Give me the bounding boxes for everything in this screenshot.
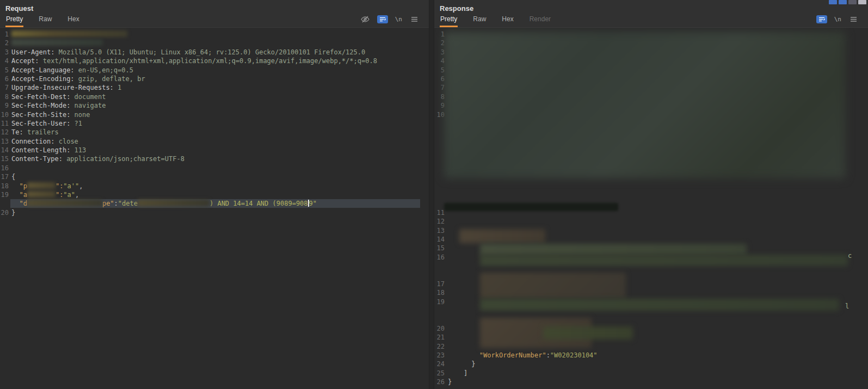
code-token: Sec-Fetch-User: <box>11 120 70 127</box>
window-button-3[interactable] <box>848 0 857 4</box>
tab-response-raw[interactable]: Raw <box>472 13 487 27</box>
tab-request-raw[interactable]: Raw <box>38 13 52 27</box>
request-toolbar: \n <box>360 15 419 23</box>
line-number: 1 <box>0 30 11 39</box>
code-line[interactable]: 8Sec-Fetch-Dest: document <box>0 92 429 101</box>
response-editor[interactable]: 1234567891011121314151617181920212223 "W… <box>434 28 868 389</box>
code-line[interactable]: 7Upgrade-Insecure-Requests: 1 <box>0 83 429 92</box>
tab-response-render: Render <box>529 13 551 27</box>
code-line[interactable]: 6Accept-Encoding: gzip, deflate, br <box>0 75 429 83</box>
code-token: ] <box>448 369 467 377</box>
code-line[interactable]: 17{ <box>0 172 429 181</box>
line-number: 6 <box>0 75 11 83</box>
code-token: : <box>546 351 550 359</box>
response-toolbar: \n <box>816 15 858 23</box>
code-token: "a'" <box>63 182 79 190</box>
code-line[interactable]: 15Content-Type: application/json;charset… <box>0 155 429 163</box>
code-line[interactable]: 9Sec-Fetch-Mode: navigate <box>0 101 429 110</box>
hide-matches-icon[interactable] <box>360 15 370 23</box>
line-number: 10 <box>0 110 11 119</box>
code-token: "WorkOrderNumber" <box>479 351 546 359</box>
editor-menu-icon[interactable] <box>848 15 858 23</box>
code-line[interactable]: 4Accept: text/html,application/xhtml+xml… <box>0 57 429 65</box>
tab-request-hex[interactable]: Hex <box>67 13 79 27</box>
window-button-1[interactable] <box>829 0 837 4</box>
window-button-2[interactable] <box>839 0 847 4</box>
redacted-text <box>27 200 102 206</box>
code-line <box>434 190 868 199</box>
code-token: ?1 <box>70 120 82 127</box>
line-number: 26 <box>434 378 448 386</box>
code-token: 9" <box>309 200 317 207</box>
line-number: 16 <box>0 164 11 172</box>
code-token: trailers <box>23 128 59 136</box>
code-line: 25 ] <box>434 369 868 378</box>
response-panel: Response Pretty Raw Hex Render \n <box>434 0 868 389</box>
code-line[interactable]: 13Connection: close <box>0 137 429 146</box>
code-line[interactable]: 16 <box>0 164 429 172</box>
code-line[interactable]: 3User-Agent: Mozilla/5.0 (X11; Ubuntu; L… <box>0 48 429 57</box>
code-token: pe" <box>102 200 114 207</box>
code-line[interactable]: 11Sec-Fetch-User: ?1 <box>0 119 429 128</box>
code-token: ": <box>56 191 63 199</box>
code-token: "p <box>19 182 27 190</box>
code-line[interactable]: "dpe":"dete) AND 14=14 AND (9089=9089" <box>0 199 429 208</box>
line-number: 19 <box>434 298 448 306</box>
window-button-4[interactable] <box>858 0 866 4</box>
code-token: text/html,application/xhtml+xml,applicat… <box>39 57 377 65</box>
tab-response-pretty[interactable]: Pretty <box>440 13 458 27</box>
line-number: 11 <box>0 119 11 128</box>
redacted-text <box>11 30 127 37</box>
code-token: } <box>448 360 476 368</box>
code-token <box>11 182 19 190</box>
code-line: 26} <box>434 378 868 386</box>
code-line[interactable]: 12Te: trailers <box>0 128 429 137</box>
code-token: 1 <box>114 84 121 91</box>
code-token: "d <box>19 200 27 207</box>
line-number: 2 <box>0 39 11 47</box>
line-number: 12 <box>434 217 448 226</box>
line-number: 17 <box>0 172 11 181</box>
tab-request-pretty[interactable]: Pretty <box>5 13 23 27</box>
redacted-region <box>480 299 839 311</box>
code-line[interactable]: 5Accept-Language: en-US,en;q=0.5 <box>0 66 429 75</box>
request-editor[interactable]: 123User-Agent: Mozilla/5.0 (X11; Ubuntu;… <box>0 28 429 389</box>
code-token: Upgrade-Insecure-Requests: <box>11 84 114 91</box>
code-token: "a" <box>63 191 75 199</box>
line-number: 21 <box>434 333 448 342</box>
line-number: 18 <box>434 288 448 297</box>
code-token: Sec-Fetch-Dest: <box>11 93 70 101</box>
code-line[interactable]: 19 "a":"a", <box>0 190 429 199</box>
code-line: 24 } <box>434 360 868 368</box>
response-tab-bar: Pretty Raw Hex Render \n <box>434 13 868 28</box>
request-tab-bar: Pretty Raw Hex <box>0 13 429 28</box>
code-line[interactable]: 20} <box>0 208 429 217</box>
code-line[interactable]: 10Sec-Fetch-Site: none <box>0 110 429 119</box>
request-panel: Request Pretty Raw Hex <box>0 0 429 389</box>
panel-splitter[interactable] <box>429 0 434 389</box>
line-number: 17 <box>434 280 448 288</box>
code-token: Connection: <box>11 138 54 145</box>
code-line[interactable]: 18 "p":"a'", <box>0 182 429 190</box>
line-number <box>0 199 11 208</box>
tab-response-hex[interactable]: Hex <box>501 13 514 27</box>
show-newlines-icon[interactable]: \n <box>834 16 841 23</box>
code-token: ) AND 14=14 AND (9089=908 <box>210 200 308 207</box>
show-newlines-icon[interactable]: \n <box>395 16 402 23</box>
code-token: Accept-Encoding: <box>11 75 75 83</box>
line-number: 7 <box>0 83 11 92</box>
wrap-lines-toggle-icon[interactable] <box>816 15 827 23</box>
redacted-region <box>480 255 848 266</box>
code-line[interactable]: 14Content-Length: 113 <box>0 146 429 155</box>
code-token: } <box>11 209 15 217</box>
code-line[interactable]: 1 <box>0 30 429 39</box>
code-token: ": <box>56 182 63 190</box>
response-panel-title: Response <box>434 0 868 13</box>
code-token: Te: <box>11 128 23 136</box>
code-line[interactable]: 2 <box>0 39 429 47</box>
editor-menu-icon[interactable] <box>409 15 419 23</box>
wrap-lines-toggle-icon[interactable] <box>377 15 388 23</box>
line-number: 8 <box>0 92 11 101</box>
code-token: close <box>54 138 78 145</box>
line-number: 9 <box>0 101 11 110</box>
